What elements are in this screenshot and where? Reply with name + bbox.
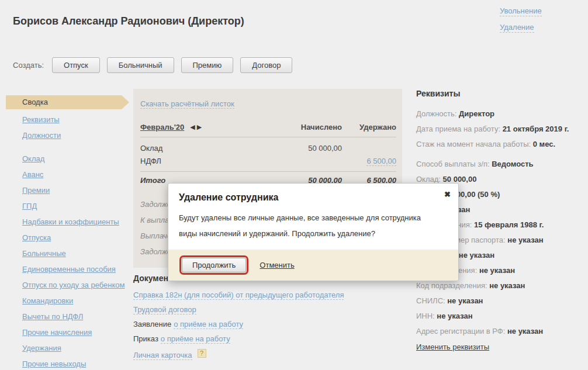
dialog-message-line1: Будут удалены все личные данные, все зав… xyxy=(179,210,448,226)
sidebar-item[interactable]: Больничные xyxy=(22,250,66,258)
edit-requisites-link[interactable]: Изменить реквизиты xyxy=(416,343,489,352)
withheld-amount-link[interactable]: 6 500,00 xyxy=(366,157,396,166)
download-payslip-link[interactable]: Скачать расчётный листок xyxy=(140,99,234,109)
requisite-row: Адрес регистрации в РФ: не указан xyxy=(416,324,588,339)
column-withheld: Удержано xyxy=(342,123,396,132)
document-link[interactable]: Личная карточка xyxy=(133,351,192,360)
sidebar-item-active[interactable]: Сводка xyxy=(6,95,122,109)
sidebar-item[interactable]: Должности xyxy=(22,132,61,140)
dialog-title: Удаление сотрудника xyxy=(168,184,458,203)
document-link[interactable]: Справка 182н (для пособий) от предыдущег… xyxy=(133,291,344,300)
document-row: Заявлениео приёме на работу xyxy=(133,320,402,328)
create-договор-button[interactable]: Договор xyxy=(240,57,292,73)
document-link[interactable]: Трудовой договор xyxy=(133,305,196,314)
payslip-row-accrued xyxy=(278,155,342,168)
create-больничный-button[interactable]: Больничный xyxy=(107,57,174,73)
requisite-value: не указан xyxy=(507,236,543,244)
payslip-row-withheld xyxy=(342,142,396,155)
requisite-value: не указан xyxy=(447,296,483,305)
document-row: Приказо приёме на работу xyxy=(133,334,402,343)
column-accrued: Начислено xyxy=(278,123,342,132)
sidebar-item[interactable]: Отпуска xyxy=(22,234,51,242)
sidebar-item[interactable]: Аванс xyxy=(22,171,43,179)
payslip-row-withheld: 6 500,00 xyxy=(342,155,396,168)
payslip-rows: Оклад50 000,00НДФЛ6 500,00 xyxy=(140,137,396,168)
document-link[interactable]: о приёме на работу xyxy=(161,334,230,344)
dialog-footer: Продолжить Отменить xyxy=(168,250,458,281)
confirm-button[interactable]: Продолжить xyxy=(182,258,246,272)
document-row: Личная карточка? xyxy=(133,349,402,359)
sidebar-item[interactable]: ГПД xyxy=(22,202,37,210)
sidebar-item[interactable]: Единовременные пособия xyxy=(22,265,116,274)
requisite-label: Оклад: xyxy=(416,175,443,184)
requisite-row: СНИЛС: не указан xyxy=(416,293,588,309)
documents-section: Документы Справка 182н (для пособий) от … xyxy=(133,274,402,365)
payslip-row-accrued: 50 000,00 xyxy=(278,142,342,155)
sidebar-item[interactable]: Оклад xyxy=(22,155,44,163)
sidebar-item[interactable]: Командировки xyxy=(22,297,73,305)
requisite-value: 50 000,00 xyxy=(443,175,477,184)
requisite-label: Дата приема на работу: xyxy=(416,125,503,133)
sidebar-item[interactable]: Надбавки и коэффициенты xyxy=(22,218,119,226)
requisite-value: 15 февраля 1988 г. xyxy=(474,220,544,229)
create-премию-button[interactable]: Премию xyxy=(181,57,234,73)
requisite-value: не указан xyxy=(489,281,525,290)
sidebar-item[interactable]: Реквизиты xyxy=(22,116,60,124)
requisite-value: 21 октября 2019 г. xyxy=(503,125,569,133)
requisite-row: Дата приема на работу: 21 октября 2019 г… xyxy=(416,122,588,137)
requisite-label: Способ выплаты з/п: xyxy=(416,160,492,168)
requisite-label: СНИЛС: xyxy=(416,296,447,305)
page-title: Борисов Александр Радионович (Директор) xyxy=(13,15,244,27)
payslip-table-header: Февраль'20 ◀ ▶ Начислено Удержано xyxy=(140,123,396,137)
help-icon[interactable]: ? xyxy=(198,349,206,358)
create-label: Создать: xyxy=(13,61,44,70)
document-prefix: Заявление xyxy=(133,320,171,328)
delete-employee-dialog: Удаление сотрудника ✖ Будут удалены все … xyxy=(168,183,459,281)
requisite-value: Ведомость xyxy=(492,160,533,168)
document-prefix: Приказ xyxy=(133,334,158,343)
delete-employee-link[interactable]: Удаление xyxy=(500,22,534,33)
prev-month-icon[interactable]: ◀ xyxy=(190,123,195,131)
next-month-icon[interactable]: ▶ xyxy=(197,123,202,131)
create-buttons: ОтпускБольничныйПремиюДоговор xyxy=(52,57,299,73)
document-row: Справка 182н (для пособий) от предыдущег… xyxy=(133,291,402,299)
sidebar-item[interactable]: Прочие начисления xyxy=(22,328,92,337)
create-отпуск-button[interactable]: Отпуск xyxy=(52,57,100,73)
payslip-row-label: Оклад xyxy=(140,142,278,155)
cancel-link[interactable]: Отменить xyxy=(260,261,294,269)
requisite-row: ИНН: не указан xyxy=(416,309,588,324)
requisite-value: Директор xyxy=(459,109,494,118)
sidebar-item[interactable]: Премии xyxy=(22,186,50,195)
dialog-message: Будут удалены все личные данные, все зав… xyxy=(168,203,458,250)
requisite-label: Адрес регистрации в РФ: xyxy=(416,327,507,336)
sidebar-item[interactable]: Вычеты по НДФЛ xyxy=(22,313,83,321)
document-row: Трудовой договор xyxy=(133,305,402,314)
payslip-row-label: НДФЛ xyxy=(140,155,278,168)
requisite-label: Должность: xyxy=(416,109,459,118)
requisite-label: Стаж на момент начала работы: xyxy=(416,140,533,148)
documents-list: Справка 182н (для пособий) от предыдущег… xyxy=(133,291,402,359)
requisites-heading: Реквизиты xyxy=(416,89,588,98)
requisite-row: Должность: Директор xyxy=(416,106,588,122)
sidebar-item[interactable]: Прочие невыходы xyxy=(22,360,86,368)
employee-actions: Увольнение Удаление xyxy=(500,6,542,39)
month-link[interactable]: Февраль'20 xyxy=(140,123,184,132)
sidebar-nav: СводкаРеквизитыДолжностиОкладАвансПремии… xyxy=(0,95,133,370)
requisite-row: Стаж на момент начала работы: 0 мес. xyxy=(416,137,588,152)
payslip-row: НДФЛ6 500,00 xyxy=(140,155,396,168)
requisite-row: Способ выплаты з/п: Ведомость xyxy=(416,157,588,172)
sidebar-item[interactable]: Отпуск по уходу за ребенком xyxy=(22,281,124,289)
requisite-value: не указан xyxy=(459,251,494,260)
requisite-value: не указан xyxy=(507,327,543,336)
requisite-label: Код подразделения: xyxy=(416,281,489,290)
dialog-message-line2: виды начислений и удержаний. Продолжить … xyxy=(179,226,448,241)
document-link[interactable]: о приёме на работу xyxy=(174,320,243,329)
payslip-row: Оклад50 000,00 xyxy=(140,142,396,155)
requisite-value: не указан xyxy=(479,266,515,275)
requisite-label: ИНН: xyxy=(416,312,437,320)
close-icon[interactable]: ✖ xyxy=(444,190,451,199)
dismissal-link[interactable]: Увольнение xyxy=(500,6,542,16)
sidebar-item[interactable]: Удержания xyxy=(22,344,61,352)
create-bar: Создать: ОтпускБольничныйПремиюДоговор xyxy=(13,57,299,73)
requisite-value: не указан xyxy=(437,312,472,320)
